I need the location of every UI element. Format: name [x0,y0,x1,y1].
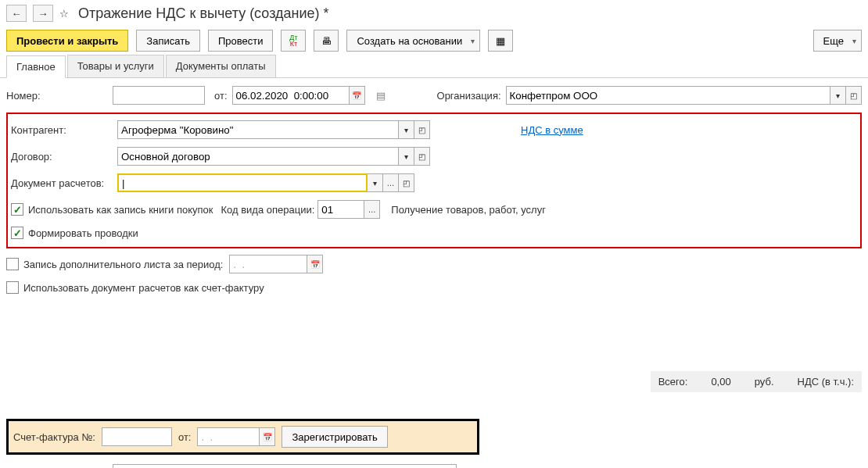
use-doc-checkbox[interactable] [6,281,19,294]
post-and-close-button[interactable]: Провести и закрыть [6,30,128,52]
doc-label: Документ расчетов: [11,177,113,189]
tab-main[interactable]: Главное [6,55,66,78]
form-entries-label: Формировать проводки [28,227,138,239]
counterparty-label: Контрагент: [11,124,113,136]
tab-pay-docs[interactable]: Документы оплаты [166,55,276,77]
invoice-from-label: от: [178,431,192,443]
comment-input[interactable] [113,464,457,468]
op-desc-label: Получение товаров, работ, услуг [391,204,546,216]
addl-sheet-checkbox[interactable] [6,258,19,270]
op-code-more-button[interactable]: … [364,200,380,219]
totals-panel: Всего: 0,00 руб. НДС (в т.ч.): [651,371,862,392]
doc-open-button[interactable]: ◰ [399,173,414,192]
nav-back-button[interactable]: ← [6,5,27,22]
structure-button[interactable]: ▦ [488,30,513,52]
number-label: Номер: [6,90,108,102]
doc-input[interactable] [117,173,368,192]
print-button[interactable]: 🖶 [314,30,339,52]
print-icon: 🖶 [321,35,332,47]
contract-input[interactable] [117,147,399,166]
page-title: Отражение НДС к вычету (создание) * [78,5,329,22]
vat-label: НДС (в т.ч.): [798,376,855,388]
invoice-section: Счет-фактура №: от: 📅 Зарегистрировать [6,419,479,455]
counterparty-dropdown-button[interactable]: ▾ [399,120,414,139]
contract-dropdown-button[interactable]: ▾ [399,147,414,166]
invoice-calendar-button[interactable]: 📅 [260,427,275,446]
total-label: Всего: [658,376,688,388]
dtkt-icon: ДтКт [289,34,297,47]
highlighted-section: Контрагент: ▾ ◰ НДС в сумме Договор: ▾ ◰… [6,113,862,248]
register-button[interactable]: Зарегистрировать [282,426,387,448]
create-based-button[interactable]: Создать на основании [346,30,480,52]
addl-date-input[interactable] [229,255,307,273]
from-label: от: [214,90,228,102]
number-input[interactable] [113,86,205,105]
counterparty-open-button[interactable]: ◰ [414,120,430,139]
vat-sum-link[interactable]: НДС в сумме [521,124,583,136]
contract-label: Договор: [11,151,113,163]
org-label: Организация: [437,90,501,102]
calendar-icon: 📅 [263,433,272,441]
org-open-button[interactable]: ◰ [846,86,862,105]
addl-calendar-button[interactable]: 📅 [307,255,323,273]
write-button[interactable]: Записать [136,30,200,52]
more-button[interactable]: Еще [813,30,862,52]
tab-goods[interactable]: Товары и услуги [67,55,164,77]
date-input[interactable] [232,86,350,105]
dtkt-button[interactable]: ДтКт [281,30,306,52]
total-value: 0,00 [711,376,730,388]
op-code-label: Код вида операции: [221,204,314,216]
counterparty-input[interactable] [117,120,399,139]
contract-open-button[interactable]: ◰ [414,147,430,166]
org-input[interactable] [506,86,830,105]
addl-sheet-label: Запись дополнительного листа за период: [23,259,223,270]
invoice-number-input[interactable] [102,427,172,446]
list-icon: ▤ [376,90,386,102]
favorite-icon[interactable]: ☆ [59,8,69,20]
total-currency: руб. [755,376,774,388]
doc-more-button[interactable]: … [383,173,399,192]
calendar-icon: 📅 [310,260,320,269]
post-button[interactable]: Провести [208,30,274,52]
book-entry-checkbox[interactable]: ✓ [11,203,23,216]
nav-forward-button[interactable]: → [33,5,53,22]
use-doc-label: Использовать документ расчетов как счет-… [23,282,264,294]
book-entry-label: Использовать как запись книги покупок [28,204,213,216]
calendar-button[interactable]: 📅 [350,86,365,105]
doc-dropdown-button[interactable]: ▾ [368,173,383,192]
op-code-input[interactable] [317,200,364,219]
invoice-date-input[interactable] [197,427,260,446]
structure-icon: ▦ [496,35,505,47]
org-dropdown-button[interactable]: ▾ [830,86,846,105]
form-entries-checkbox[interactable]: ✓ [11,227,23,239]
calendar-icon: 📅 [352,91,361,100]
invoice-label: Счет-фактура №: [13,431,95,443]
